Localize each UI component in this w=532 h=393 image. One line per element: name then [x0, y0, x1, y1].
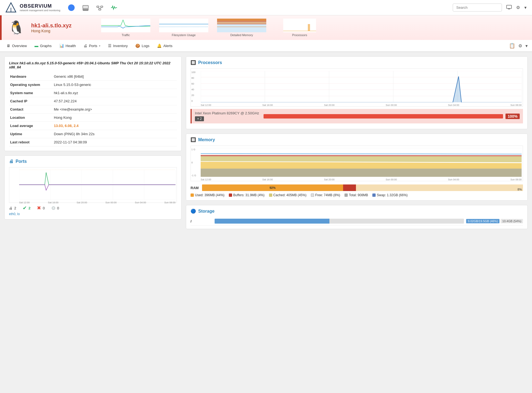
nav-ports[interactable]: 🖨 Ports ▾: [80, 41, 103, 50]
system-info-card: Linux hk1-ali.s.tlo.xyz 5.15.0-53-generi…: [4, 56, 182, 151]
mem-y1: 1 G: [191, 148, 196, 151]
processors-label: Processors: [292, 33, 307, 37]
nav-overview[interactable]: 🖥 Overview: [3, 41, 30, 50]
ram-used-segment: 92%: [202, 184, 343, 191]
ports-title: 🖨 Ports: [9, 159, 177, 164]
mem-x2: Sat 16:00: [262, 178, 273, 181]
top-nav-icons: [67, 3, 118, 12]
memory-graph-item[interactable]: Detailed Memory: [217, 19, 266, 37]
free-dot: [311, 193, 314, 197]
cpu-y4: 40: [191, 88, 195, 91]
processors-graph-item[interactable]: Processors: [275, 19, 324, 37]
settings-icon[interactable]: ⚙: [515, 4, 521, 11]
cpu-x3: Sat 20:00: [324, 104, 335, 106]
ports-list-link[interactable]: eth0, lo: [9, 212, 20, 216]
ports-dropdown-arrow: ▾: [99, 44, 100, 47]
search-input[interactable]: [453, 4, 502, 11]
contact-label: Contact: [9, 105, 53, 114]
os-label: Operating system: [9, 81, 53, 89]
alerts-label: Alerts: [163, 44, 172, 48]
devices-icon[interactable]: [81, 3, 90, 12]
nav-inventory[interactable]: ☰ Inventory: [105, 41, 131, 50]
buffers-dot: [229, 193, 232, 197]
dashboard-icon[interactable]: [67, 3, 76, 12]
ports-total-icon: 🖨: [9, 206, 13, 210]
filesystem-graph-item[interactable]: Filesystem Usage: [159, 19, 208, 37]
notes-icon[interactable]: 📋: [508, 42, 516, 50]
memory-card: 🔲 Memory: [186, 134, 528, 201]
mem-y2: 0: [191, 161, 196, 164]
ram-bar-row: RAM 92% 8%: [191, 184, 523, 191]
health-icon[interactable]: [110, 3, 118, 12]
ports-x-label-2: Sat 16:00: [48, 201, 59, 204]
secondary-nav: 🖥 Overview ▬ Graphs 📊 Health 🖨 Ports ▾ ☰…: [0, 40, 532, 52]
nav-logs[interactable]: 🍪 Logs: [132, 41, 153, 50]
memory-graph-area: Sat 12:00 Sat 16:00 Sat 20:00 Sun 00:00 …: [191, 146, 523, 181]
cpu-count: × 2: [195, 116, 204, 121]
overview-label: Overview: [12, 44, 27, 48]
swap-legend-label: Swap: 1.32GB (66%): [377, 193, 408, 197]
cpu-y1: 100: [191, 71, 195, 74]
cpu-info: Intel Xeon Platinum 8269CY @ 2.50GHz × 2: [195, 111, 259, 121]
nav-graphs[interactable]: ▬ Graphs: [31, 41, 55, 50]
filesystem-mini-graph: [159, 19, 208, 32]
ports-footer: 🖨 2 ✔ 2 ✖ 0 ⊝ 0: [9, 205, 177, 211]
dropdown-arrow-icon[interactable]: ▾: [523, 4, 528, 11]
legend-used: Used: 396MB (44%): [191, 193, 224, 197]
svg-rect-25: [283, 19, 316, 32]
graphs-label: Graphs: [40, 44, 52, 48]
alerts-icon: 🔔: [157, 44, 162, 48]
ports-up-value[interactable]: 2: [28, 206, 30, 210]
system-info-table: Hardware Generic x86 [64bit] Operating s…: [9, 73, 177, 146]
table-row: Operating system Linux 5.15.0-53-generic: [9, 81, 177, 89]
traffic-label: Traffic: [122, 33, 130, 37]
ports-card: 🖨 Ports: [4, 155, 182, 219]
storage-free-label: 10.4GB (54%): [501, 219, 523, 223]
lastreboot-label: Last reboot: [9, 138, 53, 146]
ports-label: Ports: [89, 44, 97, 48]
ram-buffers-segment: [343, 184, 356, 191]
storage-used-segment: [215, 219, 329, 224]
ports-total-value[interactable]: 2: [14, 206, 16, 210]
system-info-title: Linux hk1-ali.s.tlo.xyz 5.15.0-53-generi…: [9, 61, 177, 69]
table-row: Load average 13.03, 6.08, 2.4: [9, 122, 177, 130]
nav-health[interactable]: 📊 Health: [56, 41, 79, 50]
storage-title-label: Storage: [198, 209, 215, 214]
buffers-legend-label: Buffers: 31.9MB (4%): [233, 193, 265, 197]
legend-cached: Cached: 405MB (45%): [269, 193, 306, 197]
device-info: hk1-ali.s.tlo.xyz Hong Kong: [31, 22, 86, 33]
device-hostname[interactable]: hk1-ali.s.tlo.xyz: [31, 22, 86, 29]
memory-graph-svg: [201, 148, 522, 177]
cpu-bar-fill: [264, 114, 505, 119]
processors-title-label: Processors: [198, 60, 222, 65]
logo-area: OBSERVIUM network management and monitor…: [4, 2, 60, 13]
top-nav: OBSERVIUM network management and monitor…: [0, 0, 532, 15]
load-label: Load average: [9, 122, 53, 130]
monitor-icon[interactable]: [505, 4, 513, 11]
cpu-x6: Sun 08:00: [510, 104, 522, 106]
table-row: Last reboot 2022-11-17 04:38:09: [9, 138, 177, 146]
health-label: Health: [66, 44, 76, 48]
cpu-x4: Sun 00:00: [386, 104, 397, 106]
sysname-label: System name: [9, 89, 53, 97]
storage-bar: [215, 219, 464, 224]
logs-icon: 🍪: [135, 44, 140, 48]
traffic-graph-item[interactable]: Traffic: [101, 19, 150, 37]
ports-down-value[interactable]: 0: [43, 206, 45, 210]
nav-alerts[interactable]: 🔔 Alerts: [154, 41, 176, 50]
sec-settings-icon[interactable]: ⚙: [517, 42, 523, 50]
svg-rect-27: [308, 24, 310, 31]
ports-link[interactable]: eth0, lo: [9, 212, 177, 216]
contact-value: Me <me@example.org>: [53, 105, 177, 114]
cpu-x2: Sat 16:00: [262, 104, 273, 106]
logo-icon: [4, 2, 17, 13]
storage-card: 🔵 Storage / 9.02GB/19.5GB (46%) 10.4GB (…: [186, 205, 528, 229]
network-icon[interactable]: [95, 3, 104, 12]
table-row: Location Hong Kong: [9, 114, 177, 122]
main-content: Linux hk1-ali.s.tlo.xyz 5.15.0-53-generi…: [0, 52, 532, 233]
storage-icon: 🔵: [191, 209, 196, 214]
sec-dropdown-icon[interactable]: ▾: [524, 42, 529, 50]
ports-shutdown-value[interactable]: 0: [57, 206, 59, 210]
device-os-icon: 🐧: [8, 20, 25, 35]
storage-used-label: 9.02GB/19.5GB (46%): [466, 219, 499, 223]
